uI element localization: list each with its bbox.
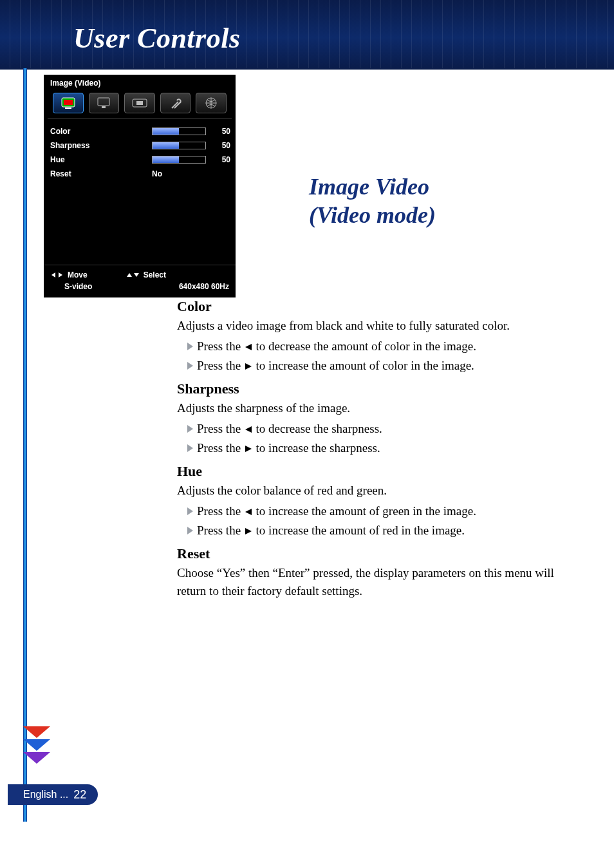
osd-row-color[interactable]: Color 50 — [50, 124, 229, 138]
subsection-title-hue: Hue — [177, 462, 574, 480]
svg-marker-16 — [245, 509, 252, 515]
arrow-left-icon — [244, 343, 253, 352]
arrow-right-icon — [244, 362, 253, 371]
slider-fill — [153, 128, 179, 135]
svg-marker-14 — [245, 426, 252, 433]
osd-row-reset[interactable]: Reset No — [50, 167, 229, 181]
svg-marker-15 — [245, 446, 252, 452]
heading-line: Image Video — [309, 173, 436, 201]
setup-tab[interactable] — [160, 93, 191, 113]
bullet-item: Press the to increase the amount of red … — [187, 522, 574, 540]
move-label: Move — [68, 270, 88, 279]
bullet-marker-icon — [187, 444, 193, 452]
osd-row-textvalue: No — [152, 169, 229, 178]
osd-row-value: 50 — [206, 127, 230, 136]
subsection-title-color: Color — [177, 297, 574, 316]
subsection-title-sharpness: Sharpness — [177, 380, 574, 398]
aspect-icon — [132, 99, 147, 108]
bullet-text: Press the to decrease the sharpness. — [197, 420, 382, 438]
bullet-item: Press the to increase the sharpness. — [187, 439, 574, 457]
image-video-tab[interactable] — [53, 93, 84, 113]
bullet-item: Press the to decrease the sharpness. — [187, 420, 574, 438]
svg-rect-6 — [136, 101, 143, 105]
osd-row-label: Reset — [50, 169, 152, 178]
bullet-text: Press the to increase the sharpness. — [197, 439, 380, 457]
left-accent-rail — [23, 68, 27, 822]
select-label: Select — [144, 270, 166, 279]
osd-row-value: 50 — [206, 155, 230, 164]
subsection-intro: Adjusts the color balance of red and gre… — [177, 482, 574, 500]
svg-marker-18 — [23, 726, 50, 738]
svg-marker-17 — [245, 528, 252, 534]
arrow-right-icon — [244, 444, 253, 453]
arrow-right-icon — [244, 527, 253, 536]
bullet-marker-icon — [187, 425, 193, 433]
document-body: Color Adjusts a video image from black a… — [177, 292, 574, 603]
left-right-keys-icon — [50, 272, 64, 278]
osd-row-label: Hue — [50, 155, 152, 164]
svg-marker-20 — [23, 752, 50, 764]
bullet-item: Press the to increase the amount of gree… — [187, 502, 574, 520]
slider-track[interactable] — [152, 127, 206, 135]
display-tab[interactable] — [89, 93, 120, 113]
svg-marker-10 — [127, 273, 132, 277]
section-title: User Controls — [73, 22, 241, 55]
arrow-left-icon — [244, 507, 253, 516]
source-label: S-video — [50, 282, 92, 291]
bullet-text: Press the to increase the amount of red … — [197, 522, 465, 540]
svg-rect-3 — [98, 98, 109, 106]
slider-fill — [153, 156, 179, 163]
svg-marker-9 — [59, 272, 62, 278]
subsection-intro: Choose “Yes” then “Enter” pressed, the d… — [177, 564, 574, 600]
svg-marker-8 — [51, 272, 55, 278]
osd-tab-bar — [49, 90, 230, 118]
bullet-marker-icon — [187, 343, 193, 350]
slider-track[interactable] — [152, 156, 206, 164]
globe-icon — [205, 97, 218, 109]
slider-fill — [153, 142, 179, 149]
osd-title: Image (Video) — [50, 79, 230, 88]
osd-row-label: Color — [50, 127, 152, 136]
language-tab[interactable] — [196, 93, 227, 113]
svg-marker-13 — [245, 363, 252, 370]
heading-line: (Video mode) — [309, 201, 436, 229]
svg-rect-1 — [64, 100, 73, 105]
bullet-text: Press the to increase the amount of gree… — [197, 502, 476, 520]
tv-icon — [61, 97, 75, 109]
bullet-item: Press the to decrease the amount of colo… — [187, 337, 574, 355]
aspect-tab[interactable] — [124, 93, 155, 113]
tools-icon — [169, 97, 182, 109]
bullet-text: Press the to decrease the amount of colo… — [197, 337, 476, 355]
up-down-keys-icon — [126, 272, 140, 278]
slider-track[interactable] — [152, 142, 206, 149]
bullet-marker-icon — [187, 527, 193, 534]
osd-header: Image (Video) — [44, 75, 236, 118]
language-label: English ... — [23, 789, 68, 800]
subsection-title-reset: Reset — [177, 545, 574, 563]
svg-marker-11 — [134, 273, 139, 277]
svg-marker-12 — [245, 344, 252, 350]
svg-rect-2 — [65, 108, 71, 109]
osd-row-hue[interactable]: Hue 50 — [50, 153, 229, 167]
osd-panel: Image (Video) Color 50 Sha — [44, 75, 236, 297]
svg-rect-4 — [102, 106, 106, 108]
osd-row-label: Sharpness — [50, 141, 152, 150]
document-heading: Image Video (Video mode) — [309, 173, 436, 229]
bullet-marker-icon — [187, 507, 193, 515]
osd-body: Color 50 Sharpness 50 Hue 50 Reset No — [44, 119, 236, 265]
osd-row-sharpness[interactable]: Sharpness 50 — [50, 138, 229, 153]
svg-marker-19 — [23, 739, 50, 751]
monitor-icon — [97, 97, 111, 109]
chevron-decoration-icon — [21, 726, 53, 769]
subsection-intro: Adjusts the sharpness of the image. — [177, 399, 574, 417]
bullet-item: Press the to increase the amount of colo… — [187, 357, 574, 375]
osd-row-value: 50 — [206, 141, 230, 150]
bullet-marker-icon — [187, 362, 193, 370]
resolution-label: 640x480 60Hz — [179, 282, 229, 291]
subsection-intro: Adjusts a video image from black and whi… — [177, 317, 574, 335]
bullet-text: Press the to increase the amount of colo… — [197, 357, 474, 375]
arrow-left-icon — [244, 425, 253, 434]
page-footer-pill: English ... 22 — [8, 784, 98, 805]
page-number: 22 — [73, 788, 86, 802]
